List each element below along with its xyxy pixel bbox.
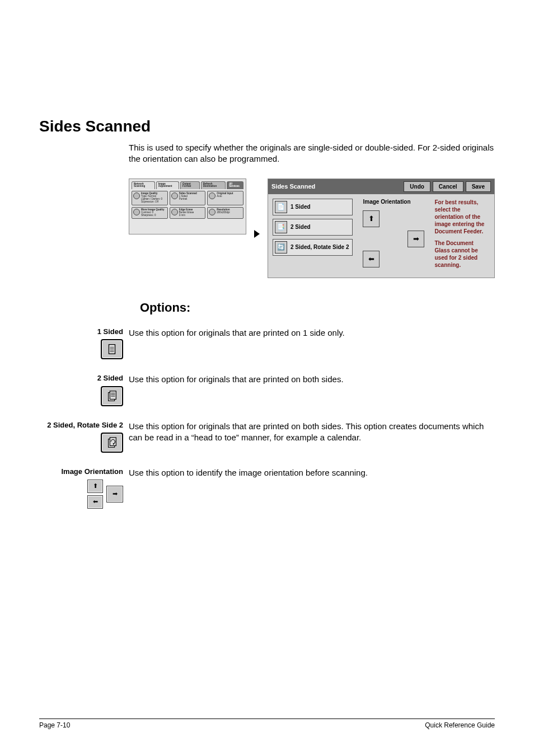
touch-resolution: Resolution200x200dpi [207, 207, 243, 219]
orientation-portrait-button[interactable]: ⬆ [363, 210, 380, 227]
one-sided-button-icon [101, 339, 123, 359]
desc-2-sided-rotate: Use this option for originals that are p… [129, 421, 495, 444]
panel-titlebar: Sides Scanned Undo Cancel Save [268, 179, 494, 194]
hint-1: For best results, select the orientation… [434, 199, 490, 235]
touch-image-quality: Image QualityType: NormalLighten / Darke… [132, 191, 168, 205]
sides-options-col: 📄 1 Sided 📑 2 Sided 🔄 2 Sided, Rotate Si… [273, 199, 353, 256]
screenshots-row: Network Scanning Image Adjustment Output… [129, 179, 495, 278]
row-image-orientation: Image Orientation ⬆ ⬅ ➡ Use this option … [39, 467, 495, 509]
two-sided-button-icon [101, 386, 123, 406]
intro-paragraph: This is used to specify whether the orig… [129, 142, 495, 165]
footer-page-number: Page 7-10 [39, 721, 70, 729]
row-2-sided-rotate: 2 Sided, Rotate Side 2 Use this option f… [39, 421, 495, 453]
two-sided-icon: 📑 [275, 221, 287, 233]
sides-scanned-icon [171, 192, 178, 199]
original-input-icon [209, 192, 216, 199]
two-sided-rotate-button-icon [101, 433, 123, 453]
orientation-landscape-button[interactable]: ➡ [407, 231, 424, 247]
hint-col: For best results, select the orientation… [434, 199, 490, 273]
desc-image-orientation: Use this option to identify the image or… [129, 467, 495, 478]
touch-row-1: Image QualityType: NormalLighten / Darke… [132, 191, 243, 205]
panel-title: Sides Scanned [271, 183, 315, 190]
orientation-portrait-icon: ⬆ [87, 480, 103, 493]
two-sided-rotate-icon: 🔄 [275, 241, 287, 253]
option-1-sided[interactable]: 📄 1 Sided [273, 199, 353, 215]
option-2-sided[interactable]: 📑 2 Sided [273, 219, 353, 236]
row-2-sided: 2 Sided Use this option for originals th… [39, 374, 495, 406]
cancel-button[interactable]: Cancel [433, 181, 463, 192]
tab-all-services: All Services [227, 181, 243, 190]
desc-1-sided: Use this option for originals that are p… [129, 327, 495, 339]
orientation-icons-pair: ⬆ ⬅ ➡ [87, 480, 123, 509]
tab-network-scanning: Network Scanning [132, 181, 155, 190]
touch-edge-erase: Edge EraseBorder Erase3 mm [170, 207, 206, 219]
row-1-sided: 1 Sided Use this option for originals th… [39, 327, 495, 360]
orientation-reverse-button[interactable]: ⬅ [363, 251, 380, 267]
orientation-reverse-icon: ⬅ [87, 495, 103, 509]
option-2-sided-rotate[interactable]: 🔄 2 Sided, Rotate Side 2 [273, 239, 353, 256]
sides-scanned-panel: Sides Scanned Undo Cancel Save 📄 1 Sided… [268, 179, 495, 278]
tab-output-format: Output Format [180, 181, 200, 190]
svg-rect-0 [109, 345, 115, 354]
label-1-sided: 1 Sided [97, 327, 123, 336]
options-heading: Options: [140, 300, 495, 315]
touch-row-2: More Image QualityContrast: 0Sharpness: … [132, 207, 243, 219]
page-heading: Sides Scanned [39, 118, 495, 135]
page-footer: Page 7-10 Quick Reference Guide [39, 719, 495, 729]
pointer-arrow-icon [254, 230, 260, 238]
tab-refresh-destination: Refresh Destination [201, 181, 226, 190]
svg-rect-6 [110, 391, 116, 400]
one-sided-icon: 📄 [275, 201, 287, 213]
desc-2-sided: Use this option for originals that are p… [129, 374, 495, 385]
footer-guide-title: Quick Reference Guide [425, 721, 495, 729]
tab-image-adjustment: Image Adjustment [156, 181, 179, 190]
image-quality-icon [133, 192, 140, 199]
touch-more-image-quality: More Image QualityContrast: 0Sharpness: … [132, 207, 168, 219]
orientation-title: Image Orientation [363, 199, 424, 205]
save-button[interactable]: Save [466, 181, 491, 192]
edge-erase-icon [171, 209, 178, 215]
orientation-landscape-icon: ➡ [106, 486, 123, 503]
touchscreen-overview: Network Scanning Image Adjustment Output… [129, 179, 246, 234]
orientation-col: Image Orientation ⬆ ➡ ⬅ [363, 199, 424, 267]
touch-original-input: Original InputAuto [207, 191, 243, 205]
tabs-row: Network Scanning Image Adjustment Output… [132, 181, 243, 190]
more-image-quality-icon [133, 209, 140, 215]
label-image-orientation: Image Orientation [61, 467, 123, 476]
undo-button[interactable]: Undo [404, 181, 430, 192]
touch-sides-scanned: Sides Scanned1 SidedPortrait [170, 191, 206, 205]
resolution-icon [209, 209, 216, 215]
label-2-sided-rotate: 2 Sided, Rotate Side 2 [47, 421, 123, 430]
label-2-sided: 2 Sided [97, 374, 123, 383]
hint-2: The Document Glass cannot be used for 2 … [434, 240, 490, 269]
